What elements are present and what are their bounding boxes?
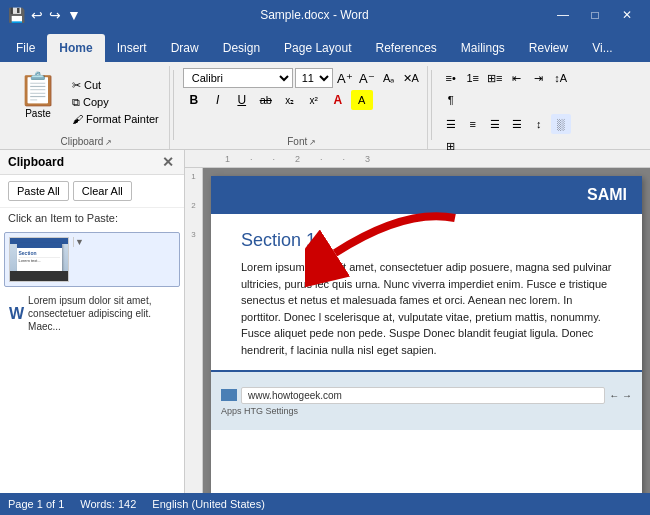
window-title: Sample.docx - Word (81, 8, 548, 22)
paste-button[interactable]: 📋 Paste (10, 68, 66, 135)
italic-button[interactable]: I (207, 90, 229, 110)
format-painter-button[interactable]: 🖌 Format Painter (68, 112, 163, 126)
decrease-font-size-button[interactable]: A⁻ (357, 68, 377, 88)
separator-1 (173, 70, 174, 140)
bookmark-bar: Apps HTG Settings (221, 406, 632, 416)
strikethrough-button[interactable]: ab (255, 90, 277, 110)
save-icon[interactable]: 💾 (8, 7, 25, 23)
superscript-button[interactable]: x² (303, 90, 325, 110)
clipboard-group-content: 📋 Paste ✂ Cut ⧉ Copy 🖌 Format Painter (10, 68, 163, 135)
underline-button[interactable]: U (231, 90, 253, 110)
ruler-mark-4: 2 (295, 154, 300, 164)
title-bar-controls: 💾 ↩ ↪ ▼ (8, 7, 81, 23)
clear-formatting-button[interactable]: ✕A (401, 68, 421, 88)
clipboard-expand-icon[interactable]: ↗ (105, 138, 112, 147)
paste-label: Paste (25, 108, 51, 119)
ribbon: 📋 Paste ✂ Cut ⧉ Copy 🖌 Format Painter (0, 62, 650, 150)
format-painter-icon: 🖌 (72, 113, 83, 125)
increase-font-size-button[interactable]: A⁺ (335, 68, 355, 88)
numbering-button[interactable]: 1≡ (463, 68, 483, 88)
bullets-button[interactable]: ≡• (441, 68, 461, 88)
tab-file[interactable]: File (4, 34, 47, 62)
clipboard-item-text[interactable]: W Lorem ipsum dolor sit amet, consectetu… (4, 289, 180, 338)
clipboard-panel: Clipboard ✕ Paste All Clear All Click an… (0, 150, 185, 493)
bold-button[interactable]: B (183, 90, 205, 110)
clipboard-item-screenshot[interactable]: Section Lorem text... ▼ (4, 232, 180, 287)
panel-title: Clipboard (8, 155, 64, 169)
clipboard-group: 📋 Paste ✂ Cut ⧉ Copy 🖌 Format Painter (4, 66, 170, 149)
clipboard-item-dropdown[interactable]: ▼ (73, 237, 85, 247)
subscript-button[interactable]: x₂ (279, 90, 301, 110)
redo-icon[interactable]: ↪ (49, 7, 61, 23)
tab-insert[interactable]: Insert (105, 34, 159, 62)
font-color-button[interactable]: A (327, 90, 349, 110)
copy-icon: ⧉ (72, 96, 80, 109)
doc-area[interactable]: SAMI Section 1 Lorem ipsum dolor sit ame… (203, 168, 650, 493)
body-text: Lorem ipsum dolor sit amet, consectetuer… (241, 259, 612, 358)
thumbnail-bar (10, 271, 68, 281)
browser-nav: ← → (609, 390, 632, 401)
minimize-button[interactable]: — (548, 0, 578, 30)
cut-button[interactable]: ✂ Cut (68, 78, 163, 93)
align-right-button[interactable]: ☰ (485, 114, 505, 134)
highlight-button[interactable]: A (351, 90, 373, 110)
language: English (United States) (152, 498, 265, 510)
font-group: Calibri 11 A⁺ A⁻ Aₐ ✕A B I U ab x₂ x² A … (177, 66, 428, 149)
tab-view[interactable]: Vi... (580, 34, 624, 62)
panel-instruction: Click an Item to Paste: (0, 208, 184, 228)
thumbnail-content: Section Lorem text... (10, 238, 68, 281)
document-wrapper: 1 · · 2 · · 3 1 2 3 SAMI (185, 150, 650, 493)
tab-design[interactable]: Design (211, 34, 272, 62)
tab-review[interactable]: Review (517, 34, 580, 62)
clipboard-text-content: Lorem ipsum dolor sit amet, consectetuer… (28, 294, 175, 333)
title-bar: 💾 ↩ ↪ ▼ Sample.docx - Word — □ ✕ (0, 0, 650, 30)
decrease-indent-button[interactable]: ⇤ (507, 68, 527, 88)
increase-indent-button[interactable]: ⇥ (529, 68, 549, 88)
paragraph-group: ≡• 1≡ ⊞≡ ⇤ ⇥ ↕A ¶ ☰ ≡ ☰ ☰ ↕ ░ ⊞ Paragrap… (435, 66, 587, 149)
tab-draw[interactable]: Draw (159, 34, 211, 62)
tab-page-layout[interactable]: Page Layout (272, 34, 363, 62)
paragraph-group-content: ≡• 1≡ ⊞≡ ⇤ ⇥ ↕A ¶ ☰ ≡ ☰ ☰ ↕ ░ ⊞ (441, 68, 581, 156)
window-buttons: — □ ✕ (548, 0, 642, 30)
tab-references[interactable]: References (363, 34, 448, 62)
panel-close-button[interactable]: ✕ (160, 154, 176, 170)
paste-all-button[interactable]: Paste All (8, 181, 69, 201)
ruler-mark-7: 3 (365, 154, 370, 164)
customize-icon[interactable]: ▼ (67, 7, 81, 23)
close-button[interactable]: ✕ (612, 0, 642, 30)
cut-icon: ✂ (72, 79, 81, 92)
show-marks-button[interactable]: ¶ (441, 90, 461, 110)
font-label: Font (287, 136, 307, 149)
ruler-body: 1 · · 2 · · 3 (215, 154, 370, 164)
line-spacing-button[interactable]: ↕ (529, 114, 549, 134)
justify-button[interactable]: ☰ (507, 114, 527, 134)
page-bottom-image: www.howtogeek.com ← → Apps HTG Settings (211, 370, 642, 430)
ruler-mark-3: · (273, 154, 276, 164)
font-size-selector[interactable]: 11 (295, 68, 333, 88)
section-title: Section 1 (241, 230, 612, 251)
page-header: SAMI (211, 176, 642, 214)
clear-all-button[interactable]: Clear All (73, 181, 132, 201)
copy-button[interactable]: ⧉ Copy (68, 95, 163, 110)
maximize-button[interactable]: □ (580, 0, 610, 30)
change-case-button[interactable]: Aₐ (379, 68, 399, 88)
screenshot-thumbnail: Section Lorem text... (9, 237, 69, 282)
sort-button[interactable]: ↕A (551, 68, 571, 88)
shading-button[interactable]: ░ (551, 114, 571, 134)
document-page[interactable]: SAMI Section 1 Lorem ipsum dolor sit ame… (211, 176, 642, 493)
undo-icon[interactable]: ↩ (31, 7, 43, 23)
panel-actions: Paste All Clear All (0, 175, 184, 208)
panel-header: Clipboard ✕ (0, 150, 184, 175)
tab-mailings[interactable]: Mailings (449, 34, 517, 62)
font-expand-icon[interactable]: ↗ (309, 138, 316, 147)
multilevel-list-button[interactable]: ⊞≡ (485, 68, 505, 88)
ruler-mark-2: · (250, 154, 253, 164)
font-name-selector[interactable]: Calibri (183, 68, 293, 88)
font-group-content: Calibri 11 A⁺ A⁻ Aₐ ✕A B I U ab x₂ x² A … (183, 68, 421, 135)
tab-home[interactable]: Home (47, 34, 104, 62)
main-area: Clipboard ✕ Paste All Clear All Click an… (0, 150, 650, 493)
clipboard-label: Clipboard (60, 136, 103, 149)
align-left-button[interactable]: ☰ (441, 114, 461, 134)
align-center-button[interactable]: ≡ (463, 114, 483, 134)
word-count: Words: 142 (80, 498, 136, 510)
